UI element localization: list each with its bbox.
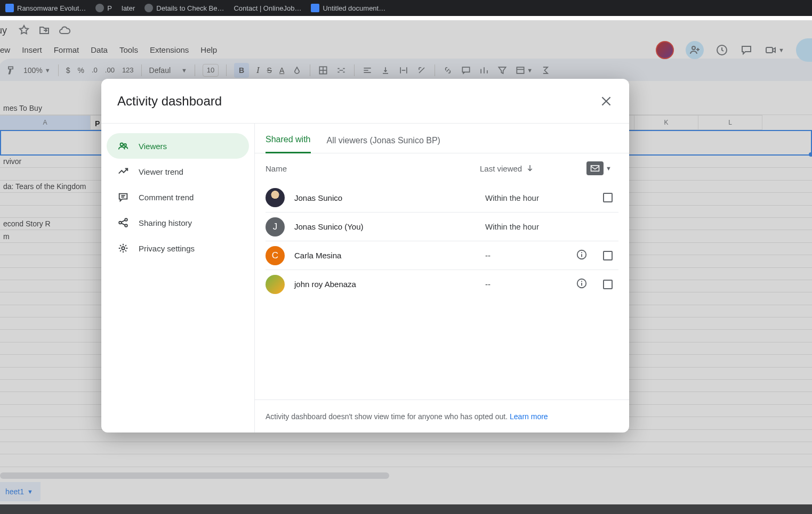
browser-tab[interactable]: Contact | OnlineJob… — [234, 4, 301, 12]
tab-label: Details to Check Be… — [156, 4, 224, 12]
svg-point-30 — [581, 252, 582, 253]
share-icon — [117, 217, 129, 229]
tab-label: Contact | OnlineJob… — [234, 4, 301, 12]
sidebar-label: Sharing history — [139, 218, 192, 227]
svg-point-17 — [120, 143, 124, 146]
dialog-title: Activity dashboard — [117, 94, 222, 109]
viewer-name: Jonas Sunico — [294, 193, 485, 202]
info-icon[interactable] — [576, 278, 597, 291]
viewer-last-viewed: -- — [485, 280, 576, 289]
viewer-avatar — [266, 188, 285, 207]
svg-point-26 — [122, 247, 125, 250]
viewer-checkbox[interactable] — [597, 280, 618, 289]
svg-line-25 — [121, 223, 125, 225]
viewer-name: john roy Abenaza — [294, 280, 485, 289]
svg-point-18 — [124, 144, 126, 146]
sidebar-item-privacy-settings[interactable]: Privacy settings — [107, 235, 249, 261]
footer-text: Activity dashboard doesn't show view tim… — [266, 412, 508, 421]
trend-icon — [117, 166, 129, 177]
sidebar-label: Viewer trend — [139, 167, 183, 176]
viewer-row: JJonas Sunico (You)Within the hour — [266, 212, 618, 241]
dialog-sidebar: Viewers Viewer trend Comment trend Shari… — [101, 124, 255, 433]
sidebar-item-viewer-trend[interactable]: Viewer trend — [107, 159, 249, 184]
dialog-tabs: Shared with All viewers (Jonas Sunico BP… — [255, 124, 629, 153]
browser-tab[interactable]: P — [95, 4, 112, 12]
activity-dashboard-dialog: Activity dashboard Viewers Viewer trend … — [101, 79, 629, 433]
sidebar-item-comment-trend[interactable]: Comment trend — [107, 184, 249, 210]
viewer-avatar: J — [266, 217, 285, 236]
tab-label: later — [122, 4, 135, 12]
browser-tab[interactable]: Details to Check Be… — [144, 4, 224, 12]
viewer-last-viewed: -- — [485, 251, 576, 260]
column-last-viewed[interactable]: Last viewed — [480, 164, 586, 173]
tab-label: Ransomware Evolut… — [17, 4, 86, 12]
mail-icon — [590, 165, 600, 172]
tab-label: P — [107, 4, 112, 12]
svg-line-24 — [121, 220, 125, 222]
viewer-last-viewed: Within the hour — [485, 193, 576, 202]
sidebar-label: Comment trend — [139, 193, 194, 202]
tab-all-viewers[interactable]: All viewers (Jonas Sunico BP) — [327, 136, 440, 153]
close-icon[interactable] — [599, 94, 613, 108]
viewer-row: CCarla Mesina-- — [266, 241, 618, 270]
tab-shared-with[interactable]: Shared with — [266, 135, 311, 153]
sort-desc-icon — [525, 164, 535, 173]
info-icon[interactable] — [576, 249, 597, 263]
dialog-footer: Activity dashboard doesn't show view tim… — [255, 399, 629, 433]
viewer-avatar — [266, 275, 285, 294]
sidebar-item-viewers[interactable]: Viewers — [107, 133, 249, 159]
browser-tab[interactable]: Untitled document… — [311, 4, 385, 12]
viewer-checkbox[interactable] — [597, 193, 618, 202]
svg-point-33 — [581, 281, 582, 282]
browser-tab[interactable]: Ransomware Evolut… — [5, 4, 86, 12]
viewer-last-viewed: Within the hour — [485, 222, 576, 231]
gear-icon — [117, 242, 129, 254]
tab-label: Untitled document… — [323, 4, 385, 12]
browser-tab[interactable]: later — [122, 4, 135, 12]
sidebar-label: Viewers — [139, 142, 167, 151]
sidebar-item-sharing-history[interactable]: Sharing history — [107, 210, 249, 235]
svg-rect-27 — [591, 166, 599, 172]
viewer-row: john roy Abenaza-- — [266, 270, 618, 298]
column-name[interactable]: Name — [266, 164, 480, 173]
chevron-down-icon: ▼ — [606, 165, 612, 172]
email-all-button[interactable]: ▼ — [586, 161, 618, 175]
viewer-name: Carla Mesina — [294, 251, 485, 260]
viewer-checkbox[interactable] — [597, 251, 618, 260]
viewer-name: Jonas Sunico (You) — [294, 222, 485, 231]
group-icon — [117, 140, 129, 152]
browser-tab-strip: Ransomware Evolut… P later Details to Ch… — [0, 0, 812, 16]
learn-more-link[interactable]: Learn more — [510, 412, 548, 421]
sidebar-label: Privacy settings — [139, 244, 195, 253]
viewer-avatar: C — [266, 246, 285, 265]
comment-icon — [117, 191, 129, 203]
viewer-row: Jonas SunicoWithin the hour — [266, 183, 618, 212]
